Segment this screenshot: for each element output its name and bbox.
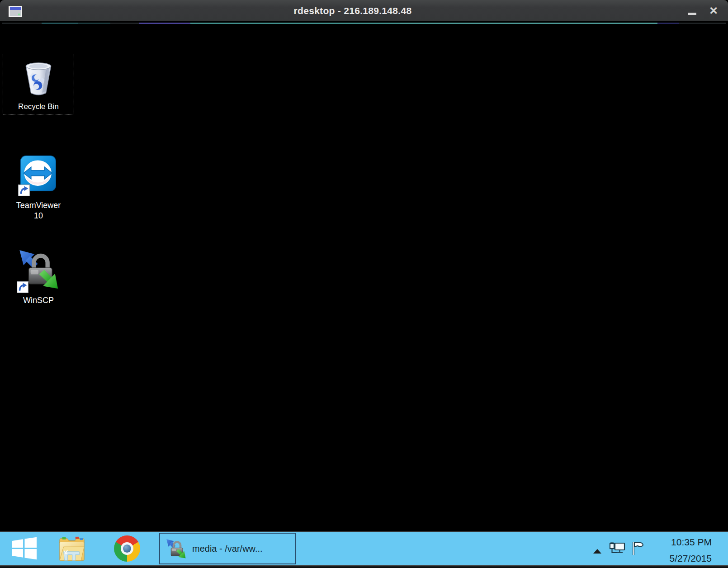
title-bar[interactable]: rdesktop - 216.189.148.48 ✕ [0, 0, 728, 21]
recycle-bin-icon-wrap [19, 59, 58, 100]
file-explorer-icon [57, 535, 86, 562]
recycle-bin-icon [19, 59, 58, 99]
desktop-background[interactable]: Recycle Bin TeamViewer 10 WinSCP [0, 24, 728, 531]
winscp-icon [165, 538, 186, 559]
network-tray-button[interactable] [609, 532, 626, 564]
desktop-icon-label: Recycle Bin [18, 102, 59, 111]
desktop-icon-recycle-bin[interactable]: Recycle Bin [3, 54, 74, 114]
start-button[interactable] [5, 532, 44, 564]
task-button-label: media - /var/ww... [192, 544, 263, 554]
close-icon: ✕ [709, 5, 718, 17]
show-hidden-icons-button[interactable] [593, 549, 601, 554]
chrome-icon [114, 535, 140, 562]
taskbar: media - /var/ww... 10:35 PM 5/27/2015 [0, 531, 728, 565]
teamviewer-icon-wrap [19, 154, 58, 195]
tray-date: 5/27/2015 [670, 553, 712, 563]
windows-logo-icon [10, 536, 38, 561]
desktop-icon-label-line2: 10 [16, 211, 61, 221]
action-center-button[interactable] [630, 532, 647, 564]
desktop-icon-winscp[interactable]: WinSCP [0, 248, 77, 305]
taskbar-task-winscp[interactable]: media - /var/ww... [159, 533, 296, 564]
rdesktop-window: rdesktop - 216.189.148.48 ✕ Recycle Bin … [0, 0, 728, 568]
file-explorer-button[interactable] [52, 532, 91, 564]
winscp-icon-wrap [18, 248, 59, 292]
shortcut-arrow-icon [18, 185, 30, 196]
taskbar-clock[interactable]: 10:35 PM 5/27/2015 [670, 537, 712, 563]
minimize-icon [688, 13, 696, 15]
desktop-icon-label: TeamViewer 10 [16, 200, 61, 221]
desktop-icon-label-line1: TeamViewer [16, 200, 61, 211]
chrome-button[interactable] [108, 532, 147, 564]
network-icon [609, 541, 626, 556]
desktop-icon-teamviewer[interactable]: TeamViewer 10 [0, 154, 77, 221]
action-center-flag-icon [630, 541, 647, 556]
close-button[interactable]: ✕ [704, 0, 723, 21]
tray-time: 10:35 PM [670, 537, 712, 547]
window-title: rdesktop - 216.189.148.48 [0, 0, 717, 21]
window-bottom-border [0, 565, 728, 568]
minimize-button[interactable] [683, 0, 702, 21]
desktop-icon-label: WinSCP [23, 296, 54, 305]
shortcut-arrow-icon [17, 281, 28, 293]
